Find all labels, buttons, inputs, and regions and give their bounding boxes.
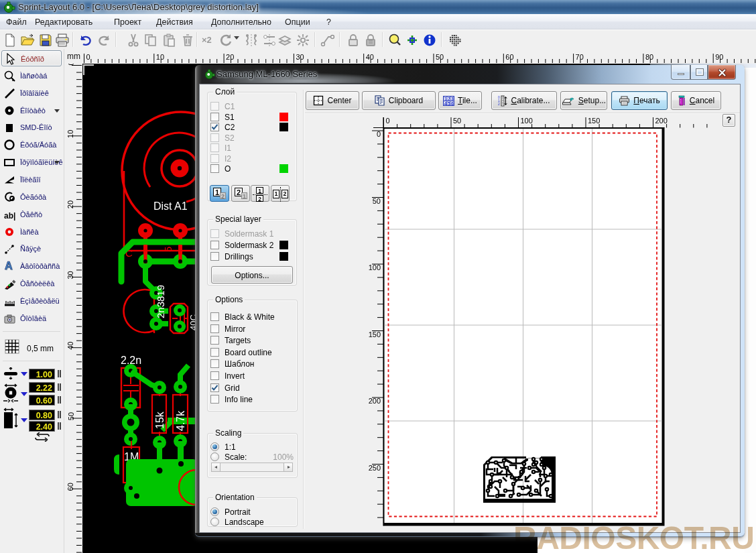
svg-text:10: 10 — [156, 53, 164, 61]
svg-text:60: 60 — [505, 53, 513, 61]
svg-text:50: 50 — [67, 412, 75, 420]
svg-text:4.7k: 4.7k — [175, 410, 186, 431]
svg-text:3: 3 — [451, 96, 454, 101]
svg-text:50: 50 — [436, 53, 444, 61]
svg-text:Dist A1: Dist A1 — [153, 200, 188, 212]
svg-text:0: 0 — [377, 130, 381, 138]
svg-text:50: 50 — [373, 197, 381, 205]
svg-text:6: 6 — [451, 101, 454, 105]
svg-text:200: 200 — [369, 397, 381, 405]
svg-text:4: 4 — [444, 101, 447, 105]
svg-text:40: 40 — [67, 342, 75, 350]
svg-text:100: 100 — [521, 117, 533, 125]
svg-text:2: 2 — [448, 96, 450, 101]
svg-text:60: 60 — [67, 483, 75, 491]
svg-text:1: 1 — [444, 96, 447, 101]
svg-text:2: 2 — [498, 102, 500, 106]
svg-text:10: 10 — [67, 130, 75, 138]
svg-text:30: 30 — [67, 271, 75, 279]
svg-text:50: 50 — [453, 117, 461, 125]
svg-text:2n3819: 2n3819 — [155, 285, 166, 318]
svg-text:30: 30 — [296, 53, 304, 61]
svg-text:15k: 15k — [154, 411, 166, 429]
svg-text:200: 200 — [655, 117, 668, 125]
svg-text:70: 70 — [576, 53, 584, 61]
svg-text:100: 100 — [369, 263, 381, 271]
svg-text:0: 0 — [67, 64, 75, 66]
svg-text:0: 0 — [86, 53, 90, 61]
svg-text:20: 20 — [226, 53, 234, 61]
svg-text:40: 40 — [366, 53, 374, 61]
svg-text:250: 250 — [369, 464, 381, 472]
svg-text:5: 5 — [162, 247, 174, 252]
svg-text:90: 90 — [715, 53, 723, 61]
svg-text:150: 150 — [369, 330, 381, 339]
svg-text:150: 150 — [588, 117, 600, 125]
svg-text:0: 0 — [386, 117, 390, 125]
svg-text:80: 80 — [645, 53, 653, 61]
svg-text:20: 20 — [67, 200, 75, 208]
svg-text:5: 5 — [448, 101, 450, 105]
